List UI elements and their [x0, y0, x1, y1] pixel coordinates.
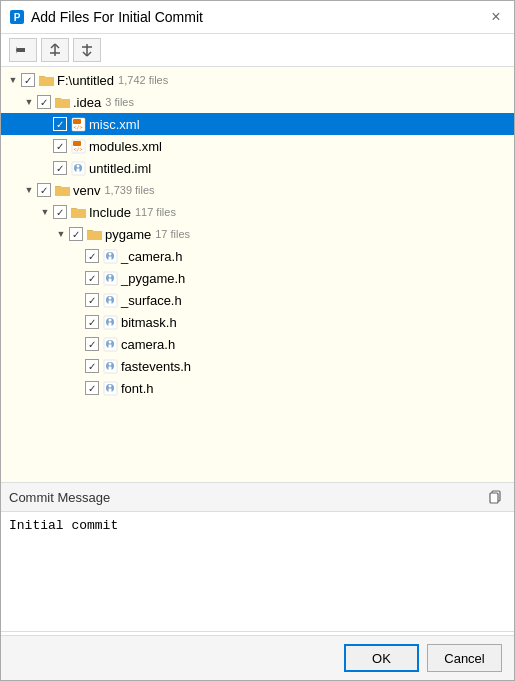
tree-item-venv[interactable]: ▼✓ venv1,739 files — [1, 179, 514, 201]
expand-arrow[interactable]: ▼ — [21, 94, 37, 110]
tree-item-count: 1,739 files — [104, 184, 154, 196]
close-button[interactable]: × — [486, 7, 506, 27]
tree-item-label: .idea — [73, 95, 101, 110]
tree-item-checkbox[interactable]: ✓ — [85, 381, 99, 395]
svg-rect-33 — [108, 300, 111, 304]
tree-item-surface_h[interactable]: ✓ _surface.h — [1, 289, 514, 311]
tree-item-bitmask_h[interactable]: ✓ bitmask.h — [1, 311, 514, 333]
h-icon — [102, 314, 118, 330]
folder-icon — [54, 94, 70, 110]
tree-item-checkbox[interactable]: ✓ — [53, 161, 67, 175]
tree-item-pygame[interactable]: ▼✓ pygame17 files — [1, 223, 514, 245]
svg-rect-51 — [490, 493, 498, 503]
expand-arrow[interactable] — [69, 314, 85, 330]
svg-rect-25 — [108, 256, 111, 260]
folder-icon — [70, 204, 86, 220]
collapse-button[interactable] — [73, 38, 101, 62]
expand-arrow[interactable]: ▼ — [37, 204, 53, 220]
tree-item-pygame_h[interactable]: ✓ _pygame.h — [1, 267, 514, 289]
svg-rect-37 — [108, 322, 111, 326]
tree-item-camera_h[interactable]: ✓ _camera.h — [1, 245, 514, 267]
h-icon — [102, 270, 118, 286]
button-bar: OK Cancel — [1, 635, 514, 680]
toolbar — [1, 34, 514, 67]
tree-item-checkbox[interactable]: ✓ — [85, 271, 99, 285]
h-icon — [102, 380, 118, 396]
h-icon — [102, 292, 118, 308]
tree-item-camera2_h[interactable]: ✓ camera.h — [1, 333, 514, 355]
expand-arrow[interactable] — [69, 336, 85, 352]
dialog-title: Add Files For Initial Commit — [31, 9, 203, 25]
tree-item-checkbox[interactable]: ✓ — [53, 205, 67, 219]
expand-arrow[interactable] — [37, 160, 53, 176]
expand-arrow[interactable] — [69, 248, 85, 264]
svg-rect-21 — [76, 168, 79, 172]
xml-icon: </> — [70, 138, 86, 154]
tree-item-label: untitled.iml — [89, 161, 151, 176]
tree-item-checkbox[interactable]: ✓ — [85, 293, 99, 307]
tree-item-fastevents_h[interactable]: ✓ fastevents.h — [1, 355, 514, 377]
tree-item-include[interactable]: ▼✓ Include117 files — [1, 201, 514, 223]
commit-message-input[interactable]: Initial commit — [1, 512, 514, 632]
tree-item-checkbox[interactable]: ✓ — [37, 183, 51, 197]
tree-item-checkbox[interactable]: ✓ — [53, 117, 67, 131]
tree-item-checkbox[interactable]: ✓ — [85, 249, 99, 263]
tree-item-untitled[interactable]: ✓ untitled.iml — [1, 157, 514, 179]
svg-rect-29 — [108, 278, 111, 282]
svg-point-36 — [108, 318, 111, 321]
tree-item-label: _camera.h — [121, 249, 182, 264]
svg-point-28 — [108, 274, 111, 277]
tree-item-checkbox[interactable]: ✓ — [85, 337, 99, 351]
expand-arrow[interactable] — [69, 270, 85, 286]
title-bar: P Add Files For Initial Commit × — [1, 1, 514, 34]
expand-arrow[interactable]: ▼ — [53, 226, 69, 242]
tree-item-idea[interactable]: ▼✓ .idea3 files — [1, 91, 514, 113]
svg-rect-45 — [108, 366, 111, 370]
expand-arrow[interactable] — [37, 116, 53, 132]
h-icon — [102, 336, 118, 352]
tree-item-root[interactable]: ▼✓ F:\untitled1,742 files — [1, 69, 514, 91]
tree-item-checkbox[interactable]: ✓ — [37, 95, 51, 109]
commit-copy-button[interactable] — [486, 487, 506, 507]
expand-arrow[interactable] — [69, 358, 85, 374]
expand-arrow[interactable]: ▼ — [21, 182, 37, 198]
tree-item-label: venv — [73, 183, 100, 198]
expand-arrow[interactable]: ▼ — [5, 72, 21, 88]
commit-label: Commit Message — [9, 490, 110, 505]
tree-item-label: bitmask.h — [121, 315, 177, 330]
dialog: P Add Files For Initial Commit × — [0, 0, 515, 681]
svg-point-24 — [108, 252, 111, 255]
svg-point-32 — [108, 296, 111, 299]
expand-arrow[interactable] — [37, 138, 53, 154]
expand-arrow[interactable] — [69, 380, 85, 396]
tree-item-count: 117 files — [135, 206, 176, 218]
commit-label-bar: Commit Message — [1, 483, 514, 512]
svg-marker-3 — [16, 46, 17, 54]
tree-item-modules[interactable]: ✓ </> modules.xml — [1, 135, 514, 157]
iml-icon — [70, 160, 86, 176]
tree-item-label: camera.h — [121, 337, 175, 352]
tree-item-font_h[interactable]: ✓ font.h — [1, 377, 514, 399]
folder-icon — [38, 72, 54, 88]
svg-text:P: P — [14, 12, 21, 23]
tree-item-checkbox[interactable]: ✓ — [69, 227, 83, 241]
svg-rect-41 — [108, 344, 111, 348]
tree-item-checkbox[interactable]: ✓ — [85, 315, 99, 329]
title-bar-left: P Add Files For Initial Commit — [9, 9, 203, 25]
tree-item-checkbox[interactable]: ✓ — [21, 73, 35, 87]
folder-icon — [54, 182, 70, 198]
tree-item-checkbox[interactable]: ✓ — [53, 139, 67, 153]
svg-rect-2 — [17, 48, 25, 52]
tree-item-count: 1,742 files — [118, 74, 168, 86]
file-tree[interactable]: ▼✓ F:\untitled1,742 files▼✓ .idea3 files… — [1, 67, 514, 483]
cancel-button[interactable]: Cancel — [427, 644, 502, 672]
ok-button[interactable]: OK — [344, 644, 419, 672]
tree-item-checkbox[interactable]: ✓ — [85, 359, 99, 373]
tree-item-misc[interactable]: ✓ </> misc.xml — [1, 113, 514, 135]
expand-arrow[interactable] — [69, 292, 85, 308]
svg-text:</>: </> — [73, 124, 82, 130]
tree-item-label: misc.xml — [89, 117, 140, 132]
expand-button[interactable] — [41, 38, 69, 62]
back-button[interactable] — [9, 38, 37, 62]
tree-item-label: fastevents.h — [121, 359, 191, 374]
